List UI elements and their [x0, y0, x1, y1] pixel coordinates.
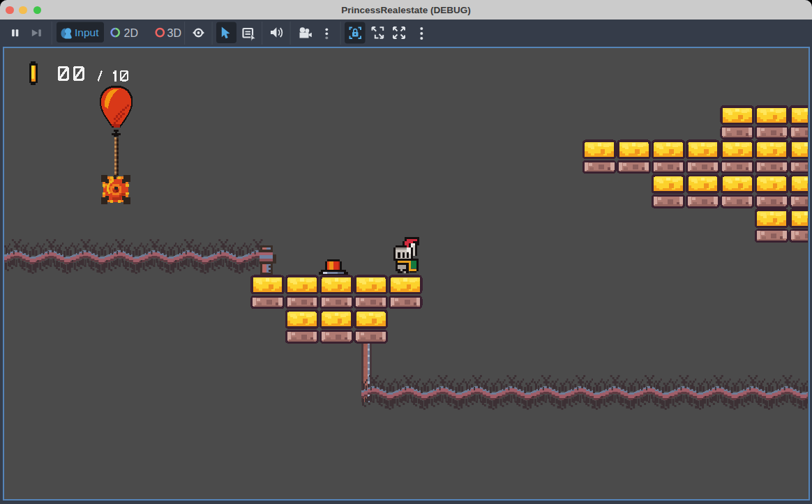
svg-text:3D: 3D: [167, 27, 181, 39]
svg-text:Input: Input: [75, 26, 99, 38]
svg-text:2D: 2D: [124, 27, 138, 39]
